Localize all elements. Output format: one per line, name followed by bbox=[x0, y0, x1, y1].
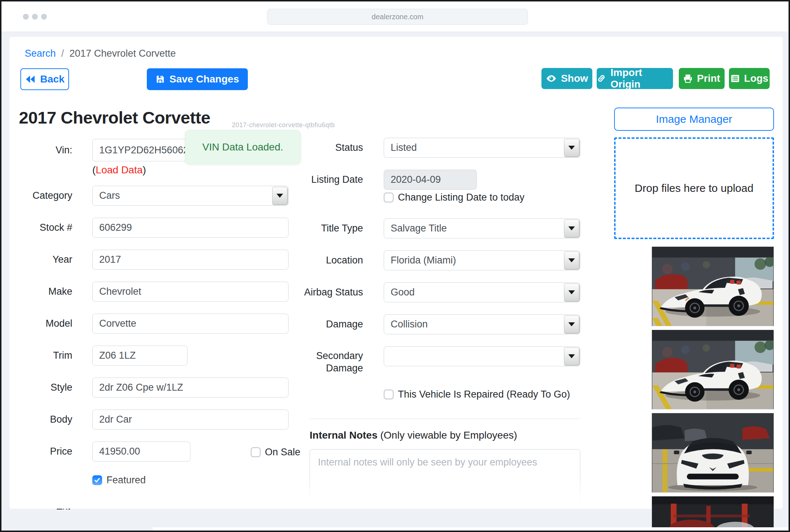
back-label: Back bbox=[40, 73, 65, 85]
status-select[interactable]: Listed bbox=[384, 138, 580, 158]
repaired-label: This Vehicle Is Repaired (Ready To Go) bbox=[398, 389, 570, 400]
cutoff-field-label: Ext bbox=[56, 501, 70, 512]
link-icon bbox=[597, 74, 606, 83]
title-type-select[interactable]: Salvage Title bbox=[384, 218, 580, 238]
image-manager-button[interactable]: Image Manager bbox=[614, 108, 774, 131]
vehicle-photo-4[interactable] bbox=[652, 496, 774, 532]
repaired-checkbox[interactable] bbox=[384, 390, 394, 399]
bottom-panel-edge bbox=[153, 527, 789, 532]
check-icon bbox=[94, 478, 100, 483]
damage-select[interactable]: Collision bbox=[384, 314, 580, 334]
save-changes-button[interactable]: Save Changes bbox=[147, 68, 248, 90]
change-date-row: Change Listing Date to today bbox=[384, 192, 524, 203]
browser-chrome: dealerzone.com bbox=[1, 1, 789, 32]
internal-notes-textarea[interactable] bbox=[310, 449, 580, 507]
listing-date-label: Listing Date bbox=[289, 170, 363, 190]
category-value: Cars bbox=[99, 190, 120, 201]
style-input[interactable] bbox=[92, 378, 289, 398]
featured-label: Featured bbox=[106, 475, 146, 486]
on-sale-checkbox[interactable] bbox=[251, 447, 261, 457]
page-title: 2017 Chevrolet Corvette bbox=[19, 108, 210, 128]
cutoff-field-input[interactable] bbox=[92, 500, 289, 509]
import-origin-button[interactable]: Import Origin bbox=[597, 68, 673, 89]
load-data-link[interactable]: Load Data bbox=[96, 164, 142, 176]
change-date-checkbox[interactable] bbox=[384, 193, 394, 202]
make-label: Make bbox=[16, 282, 72, 302]
chevron-down-icon bbox=[564, 347, 579, 365]
vehicle-photo-1[interactable] bbox=[652, 246, 774, 326]
title-type-label: Title Type bbox=[289, 218, 363, 238]
vin-data-loaded-tooltip: VIN Data Loaded. bbox=[185, 130, 301, 164]
year-input[interactable] bbox=[92, 250, 289, 270]
rewind-icon bbox=[25, 75, 36, 84]
breadcrumb-search-link[interactable]: Search bbox=[25, 48, 56, 59]
body-input[interactable] bbox=[92, 410, 289, 430]
damage-value: Collision bbox=[391, 319, 428, 330]
corvette-side-photo bbox=[652, 247, 774, 326]
file-dropzone[interactable]: Drop files here to upload bbox=[614, 137, 774, 239]
chevron-down-icon bbox=[272, 187, 287, 205]
airbag-status-select[interactable]: Good bbox=[384, 282, 580, 302]
body-label: Body bbox=[16, 410, 72, 430]
import-origin-label: Import Origin bbox=[610, 67, 673, 90]
print-label: Print bbox=[697, 73, 720, 84]
eye-icon bbox=[546, 74, 557, 82]
featured-row: Featured bbox=[92, 475, 146, 486]
stock-input[interactable] bbox=[92, 218, 289, 238]
trim-label: Trim bbox=[16, 346, 72, 366]
internal-notes-subtitle: (Only viewable by Employees) bbox=[378, 430, 517, 441]
breadcrumb: Search / 2017 Chevrolet Corvette bbox=[25, 48, 176, 59]
vehicle-photo-2[interactable] bbox=[652, 330, 774, 410]
trim-input[interactable] bbox=[92, 346, 188, 366]
chevron-down-icon bbox=[564, 139, 579, 157]
vehicle-photo-3[interactable] bbox=[652, 413, 774, 493]
model-label: Model bbox=[16, 314, 72, 334]
load-data-row: (Load Data) bbox=[92, 164, 146, 176]
address-bar[interactable]: dealerzone.com bbox=[267, 9, 528, 25]
paren-open: ( bbox=[92, 164, 96, 176]
location-select[interactable]: Florida (Miami) bbox=[384, 250, 580, 270]
chevron-down-icon bbox=[564, 283, 579, 301]
location-value: Florida (Miami) bbox=[391, 255, 456, 266]
save-label: Save Changes bbox=[169, 73, 239, 85]
secondary-damage-label-line2: Damage bbox=[289, 362, 363, 374]
app-window: dealerzone.com Search / 2017 Chevrolet C… bbox=[0, 0, 790, 532]
window-control-icon[interactable] bbox=[23, 14, 29, 20]
secondary-damage-label: Secondary Damage bbox=[289, 350, 363, 374]
price-label: Price bbox=[16, 442, 72, 462]
print-button[interactable]: Print bbox=[679, 68, 725, 89]
secondary-damage-select[interactable] bbox=[384, 346, 580, 366]
airbag-status-value: Good bbox=[391, 287, 415, 298]
back-button[interactable]: Back bbox=[20, 68, 69, 90]
garage-photo bbox=[652, 496, 774, 532]
list-icon bbox=[730, 74, 740, 83]
breadcrumb-current: 2017 Chevrolet Corvette bbox=[69, 48, 176, 59]
status-value: Listed bbox=[391, 142, 417, 153]
change-date-label: Change Listing Date to today bbox=[398, 192, 524, 203]
logs-button[interactable]: Logs bbox=[729, 68, 770, 89]
title-type-value: Salvage Title bbox=[391, 223, 447, 234]
airbag-status-label: Airbag Status bbox=[289, 282, 363, 302]
section-divider bbox=[310, 419, 580, 419]
window-control-icon[interactable] bbox=[32, 14, 38, 20]
featured-checkbox[interactable] bbox=[92, 475, 102, 485]
window-control-icon[interactable] bbox=[41, 14, 47, 20]
corvette-side-photo bbox=[652, 330, 774, 409]
chevron-down-icon bbox=[564, 315, 579, 333]
secondary-damage-label-line1: Secondary bbox=[289, 350, 363, 362]
stock-label: Stock # bbox=[16, 218, 72, 238]
price-input[interactable] bbox=[92, 442, 190, 462]
internal-notes-heading: Internal Notes (Only viewable by Employe… bbox=[310, 430, 517, 441]
location-label: Location bbox=[289, 250, 363, 270]
chevron-down-icon bbox=[564, 251, 579, 269]
corvette-front-photo bbox=[652, 413, 774, 492]
category-select[interactable]: Cars bbox=[92, 186, 289, 206]
model-input[interactable] bbox=[92, 314, 289, 334]
internal-notes-title: Internal Notes bbox=[310, 430, 378, 441]
listing-date-input[interactable] bbox=[384, 170, 477, 190]
show-button[interactable]: Show bbox=[541, 68, 592, 89]
make-input[interactable] bbox=[92, 282, 289, 302]
show-label: Show bbox=[561, 73, 588, 84]
save-icon bbox=[156, 74, 165, 84]
damage-label: Damage bbox=[289, 314, 363, 334]
